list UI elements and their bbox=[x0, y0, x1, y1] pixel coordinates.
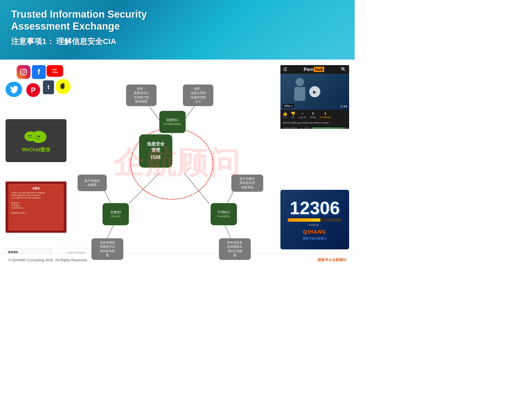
page-wrapper: Trusted Information Security Assessment … bbox=[0, 0, 355, 266]
svg-point-6 bbox=[24, 131, 37, 141]
wechat-label: WeChat微信 bbox=[22, 146, 50, 153]
header-banner: Trusted Information Security Assessment … bbox=[0, 0, 355, 60]
svg-point-9 bbox=[296, 78, 304, 86]
ph-download[interactable]: ⬇ Download bbox=[320, 111, 331, 119]
wechat-logo bbox=[24, 129, 48, 145]
svg-point-7 bbox=[28, 135, 29, 136]
facebook-icon: f bbox=[32, 65, 46, 79]
ph-header: ☰ Pornhub 🔍 bbox=[280, 65, 349, 74]
svg-point-5 bbox=[39, 135, 40, 137]
box-12306: 12306 loading... QIHANG 搜狐号@企航顾问 bbox=[280, 190, 349, 249]
social-icons: f YouTube P t bbox=[6, 65, 66, 115]
loading-bar bbox=[288, 218, 342, 222]
node-ism-center: 信息安全 管理 ISM bbox=[139, 134, 172, 168]
ph-thumbsup[interactable]: 👍 107 bbox=[283, 111, 287, 119]
main-content: 企航顾问 f YouTube P t bbox=[0, 60, 355, 266]
footer-copyright: © QIHANG Consulting 2020. All Rights Res… bbox=[8, 258, 88, 262]
tumblr-icon: t bbox=[43, 80, 54, 94]
qihang-logo: QIHANG bbox=[303, 229, 326, 235]
desc-availability-desc: 评价信息系 统或网络采 用%方式衡 量 bbox=[219, 238, 251, 260]
desc-external: 外部： 泄露后对公 司和客户的 影响程度 bbox=[126, 85, 157, 106]
node-confidentiality: 保密性C Confidentiality bbox=[159, 111, 186, 133]
ph-menu-icon: ☰ bbox=[283, 67, 287, 72]
pinterest-icon: P bbox=[26, 83, 40, 97]
ph-views: 2,463 VIEWS ▲ 88% bbox=[280, 126, 349, 129]
twitter-icon bbox=[6, 82, 22, 97]
ph-logo: Pornhub bbox=[304, 67, 324, 72]
svg-point-2 bbox=[25, 70, 26, 71]
desc-permission: 基于机密性 的权限 bbox=[78, 175, 107, 191]
ph-description: old rich white guy fucks the whole count… bbox=[280, 120, 349, 126]
ransomware-inner: 别废话 Ooops, your files have been encrypte… bbox=[9, 184, 63, 230]
ph-actions: 👍 107 👎 14 ＋ Add To ⬆ Share ⬇ Downlo bbox=[280, 110, 349, 120]
ransomware-box: 别废话 Ooops, your files have been encrypte… bbox=[6, 181, 66, 233]
qihang-brand: 搜狐号@企航顾问 bbox=[303, 236, 327, 241]
ransomware-text: Ooops, your files have been encrypted! W… bbox=[11, 191, 61, 214]
ph-search-icon: 🔍 bbox=[341, 67, 346, 72]
node-availability: 可用性A Availability bbox=[211, 203, 237, 225]
footer-brand: 搜狐号@企航顾问 bbox=[318, 257, 346, 262]
ph-addto[interactable]: ＋ Add To bbox=[299, 111, 306, 119]
num-12306: 12306 bbox=[290, 199, 340, 217]
youtube-icon: YouTube bbox=[47, 65, 63, 77]
loading-bar-fill bbox=[288, 218, 320, 222]
svg-rect-10 bbox=[294, 87, 305, 101]
desc-integrity-desc: 信息本身的 完整度对业 务的影响程 度 bbox=[91, 238, 123, 260]
loading-text: loading... bbox=[309, 223, 321, 226]
desc-internal: 内部： 信息分享和 传递的范围 大小 bbox=[183, 85, 213, 106]
diagram-area: 信息安全 管理 ISM 保密性C Confidentiality 完整性I In… bbox=[75, 68, 269, 266]
pornhub-box: ☰ Pornhub 🔍 ▶ 480p ∨ 17:48 👍 107 bbox=[280, 65, 349, 129]
wechat-box: WeChat微信 bbox=[6, 119, 66, 162]
ph-video-thumbnail: ▶ 480p ∨ 17:48 bbox=[280, 74, 349, 110]
header-title-zh: 注意事项1： 理解信息安全CIA bbox=[11, 36, 344, 47]
ransomware-title: 别废话 bbox=[11, 187, 61, 190]
ph-share[interactable]: ⬆ Share bbox=[310, 111, 316, 119]
snapchat-icon bbox=[55, 79, 71, 94]
svg-point-1 bbox=[22, 71, 25, 73]
svg-point-8 bbox=[30, 135, 32, 136]
node-integrity: 完整性I Integrity bbox=[103, 203, 129, 225]
ph-thumbsdown[interactable]: 👎 14 bbox=[291, 111, 295, 119]
ph-play-button[interactable]: ▶ bbox=[309, 86, 320, 97]
ph-duration: 17:48 bbox=[340, 105, 347, 108]
desc-integrity-impact: 基于完整性 带来的可用 程度高低 bbox=[231, 175, 263, 192]
ph-quality: 480p ∨ bbox=[283, 104, 294, 108]
header-title-en: Trusted Information Security Assessment … bbox=[11, 8, 344, 32]
footer: © QIHANG Consulting 2020. All Rights Res… bbox=[0, 254, 355, 266]
instagram-icon bbox=[17, 65, 30, 79]
